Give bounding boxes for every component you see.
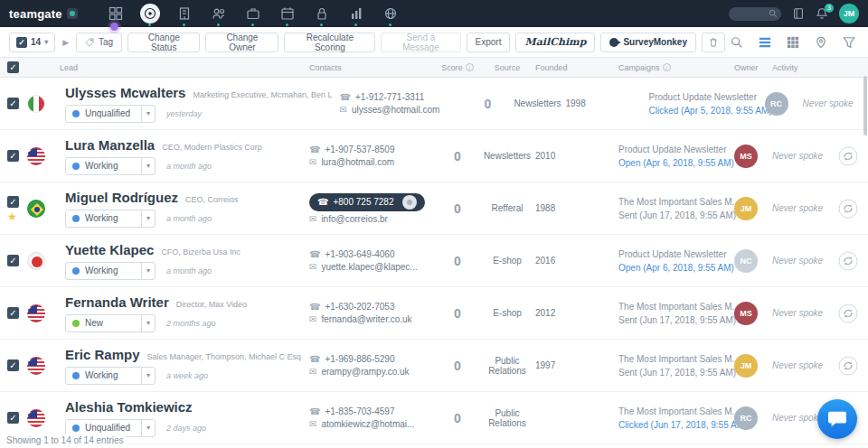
table-row[interactable]: ✓ ★ Yuette Klapec CFO, Bizerba Usa Inc W… xyxy=(0,235,868,287)
email-line[interactable]: ✉ fernanda@writer.co.uk xyxy=(309,314,436,324)
column-header-owner[interactable]: Owner xyxy=(734,63,769,72)
nav-contacts-icon[interactable] xyxy=(208,0,230,27)
lead-name[interactable]: Yuette Klapec xyxy=(65,242,154,257)
email-line[interactable]: ✉ info@correios.br xyxy=(309,214,436,224)
nav-insights-icon[interactable] xyxy=(345,0,367,27)
status-dropdown[interactable]: Unqualified ▾ xyxy=(65,105,156,123)
favorite-star[interactable]: ★ xyxy=(7,212,17,221)
column-header-score[interactable]: Scorei xyxy=(436,63,479,72)
app-logo[interactable]: teamgate xyxy=(9,7,78,21)
campaign-status[interactable]: Open (Apr 6, 2018, 9:55 AM) xyxy=(618,156,734,170)
filter-icon[interactable] xyxy=(843,36,855,49)
email-line[interactable]: ✉ erampy@rampy.co.uk xyxy=(309,367,436,377)
campaign-status[interactable]: Sent (Jun 17, 2018, 9:55 AM) xyxy=(618,313,734,327)
list-view-icon[interactable] xyxy=(759,36,771,49)
owner-avatar[interactable]: NC xyxy=(734,249,758,273)
select-all-dropdown[interactable]: ✓ 14 ▾ xyxy=(9,33,55,52)
phone-line[interactable]: ☎ +1-835-703-4597 xyxy=(309,406,436,416)
phone-line[interactable]: ☎ +1-903-649-4060 xyxy=(309,249,436,259)
owner-avatar[interactable]: RC xyxy=(765,92,788,116)
refresh-icon[interactable] xyxy=(838,303,858,323)
surveymonkey-button[interactable]: SurveyMonkey xyxy=(600,33,696,52)
owner-avatar[interactable]: JM xyxy=(734,354,758,378)
header-checkbox[interactable]: ✓ xyxy=(7,61,19,73)
email-line[interactable]: ✉ yuette.klapec@klapec... xyxy=(309,262,436,272)
recalculate-scoring-button[interactable]: Recalculate Scoring xyxy=(284,33,375,52)
owner-avatar[interactable]: MS xyxy=(734,302,758,325)
row-checkbox[interactable]: ✓ xyxy=(7,98,19,109)
column-header-founded[interactable]: Founded xyxy=(535,63,582,72)
refresh-icon[interactable] xyxy=(838,356,858,376)
column-header-contacts[interactable]: Contacts xyxy=(302,63,436,72)
row-checkbox[interactable]: ✓ xyxy=(7,255,19,266)
global-search-input[interactable] xyxy=(729,7,781,21)
row-checkbox[interactable]: ✓ xyxy=(7,359,19,371)
map-view-icon[interactable] xyxy=(815,36,827,49)
column-header-source[interactable]: Source xyxy=(479,63,535,72)
nav-deals-icon[interactable] xyxy=(242,0,264,27)
row-checkbox[interactable]: ✓ xyxy=(7,412,19,424)
tag-button[interactable]: Tag xyxy=(76,33,122,52)
table-row[interactable]: ✓ ★ Miguel Rodríguez CEO, Correios Worki… xyxy=(0,182,868,235)
grid-view-icon[interactable] xyxy=(787,36,799,49)
change-status-button[interactable]: Change Status xyxy=(127,33,200,52)
phone-line[interactable]: ☎ +1-912-771-3311 xyxy=(340,92,467,102)
phone-line[interactable]: ☎ +800 725 7282 xyxy=(309,193,425,211)
refresh-icon[interactable] xyxy=(838,251,858,271)
call-button[interactable] xyxy=(402,195,417,210)
lead-name[interactable]: Fernanda Writer xyxy=(65,294,169,310)
onboarding-beacon[interactable] xyxy=(110,23,118,31)
owner-avatar[interactable]: RC xyxy=(734,406,758,430)
refresh-icon[interactable] xyxy=(838,146,858,166)
table-row[interactable]: ✓ ★ Lura Manzella CEO, Modern Plastics C… xyxy=(0,130,868,182)
nav-leads-icon[interactable] xyxy=(139,0,161,27)
column-header-activity[interactable]: Activity xyxy=(769,63,828,72)
row-checkbox[interactable]: ✓ xyxy=(7,196,19,208)
campaign-status[interactable]: Sent (Jun 17, 2018, 9:55 AM) xyxy=(618,209,734,222)
knowledge-base-icon[interactable] xyxy=(792,7,805,20)
select-all-checkbox[interactable]: ✓ xyxy=(16,37,27,48)
status-dropdown[interactable]: Working ▾ xyxy=(65,157,156,175)
refresh-icon[interactable] xyxy=(838,199,858,219)
table-row[interactable]: ✓ ★ Fernanda Writer Director, Max Video … xyxy=(0,287,868,340)
nav-integrations-icon[interactable] xyxy=(380,0,401,27)
scrollbar[interactable] xyxy=(863,76,867,135)
row-checkbox[interactable]: ✓ xyxy=(7,150,19,162)
search-leads-icon[interactable] xyxy=(731,36,743,49)
lead-name[interactable]: Lura Manzella xyxy=(65,137,155,153)
notifications-bell-icon[interactable]: 3 xyxy=(816,7,828,20)
table-row[interactable]: ✓ ★ Ulysses Mcwalters Marketing Executiv… xyxy=(0,78,868,130)
chat-launcher-button[interactable] xyxy=(817,399,857,439)
column-header-campaigns[interactable]: Campaignsi xyxy=(582,63,734,72)
row-checkbox[interactable]: ✓ xyxy=(7,307,19,319)
nav-calendar-icon[interactable] xyxy=(277,0,298,27)
nav-tasks-icon[interactable] xyxy=(311,0,333,27)
email-line[interactable]: ✉ ulysses@hotmail.com xyxy=(340,105,467,115)
phone-line[interactable]: ☎ +1-969-886-5290 xyxy=(309,354,436,364)
campaign-status[interactable]: Open (Apr 6, 2018, 9:55 AM) xyxy=(618,261,734,275)
campaign-status[interactable]: Clicked (Apr 5, 2018, 9:55 AM) xyxy=(649,104,765,117)
lead-name[interactable]: Miguel Rodríguez xyxy=(65,190,178,205)
export-button[interactable]: Export xyxy=(467,33,511,52)
phone-line[interactable]: ☎ +1-630-202-7053 xyxy=(309,302,436,312)
owner-avatar[interactable]: JM xyxy=(734,197,758,220)
nav-companies-icon[interactable] xyxy=(174,0,195,27)
lead-name[interactable]: Eric Rampy xyxy=(65,347,140,362)
owner-avatar[interactable]: MS xyxy=(734,145,758,168)
lead-name[interactable]: Ulysses Mcwalters xyxy=(65,85,185,100)
table-row[interactable]: ✓ ★ Eric Rampy Sales Manager, Thompson, … xyxy=(0,340,868,392)
campaign-status[interactable]: Sent (Jun 17, 2018, 9:55 AM) xyxy=(618,366,734,379)
phone-line[interactable]: ☎ +1-907-537-8509 xyxy=(309,145,436,154)
user-avatar[interactable]: JM xyxy=(839,4,859,23)
lead-name[interactable]: Aleshia Tomkiewicz xyxy=(65,399,193,415)
email-line[interactable]: ✉ lura@hotmail.com xyxy=(309,157,436,167)
mailchimp-button[interactable]: MailChimp xyxy=(515,33,595,52)
play-icon[interactable]: ▶ xyxy=(62,38,69,47)
status-dropdown[interactable]: Working ▾ xyxy=(65,367,156,385)
table-row[interactable]: ✓ ★ Aleshia Tomkiewicz Unqualified ▾ 2 d… xyxy=(0,392,868,444)
campaign-status[interactable]: Clicked (Jun 17, 2018, 9:55 AM) xyxy=(618,418,734,432)
delete-button[interactable] xyxy=(702,33,725,52)
status-dropdown[interactable]: New ▾ xyxy=(65,314,156,332)
status-dropdown[interactable]: Working ▾ xyxy=(65,210,156,228)
email-line[interactable]: ✉ atomkiewicz@hotmai... xyxy=(309,419,436,429)
